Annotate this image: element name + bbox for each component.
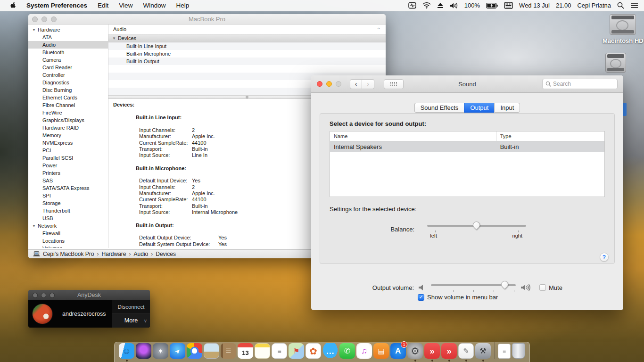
apple-menu-icon[interactable] (9, 2, 16, 9)
anydesk-titlebar[interactable]: AnyDesk (28, 290, 150, 300)
sidebar-item-usb[interactable]: USB (28, 214, 108, 222)
dock-app-store[interactable]: A1 (390, 343, 406, 359)
menu-window[interactable]: Window (143, 2, 165, 9)
column-name[interactable]: Name (330, 132, 496, 141)
device-row-output[interactable]: Built-in Output (108, 58, 386, 65)
battery-charging-icon[interactable] (486, 3, 498, 8)
dock-anydesk-2[interactable]: » (441, 343, 457, 359)
sidebar-item-pci[interactable]: PCI (28, 147, 108, 154)
dock-anydesk[interactable]: » (424, 343, 440, 359)
help-button[interactable]: ? (600, 253, 609, 262)
eject-icon[interactable] (437, 2, 444, 8)
user-name[interactable]: Cepi Priatna (577, 2, 611, 9)
volume-slider-thumb[interactable] (499, 280, 509, 289)
dock-siri[interactable] (136, 343, 151, 359)
dock-finder[interactable]: ☺ (119, 343, 134, 359)
dock-chrome[interactable] (187, 343, 202, 359)
search-input[interactable] (553, 81, 610, 87)
dock-maps[interactable]: ⚑ (289, 343, 304, 359)
clock-time[interactable]: 21.00 (556, 2, 571, 9)
dock-ibooks[interactable]: ▤ (373, 343, 389, 359)
sidebar-item-ethernet-cards[interactable]: Ethernet Cards (28, 94, 108, 101)
menu-view[interactable]: View (119, 2, 132, 9)
disconnect-button[interactable]: Disconnect (112, 300, 150, 313)
menu-edit[interactable]: Edit (98, 2, 108, 9)
sidebar-item-sata-express[interactable]: SATA/SATA Express (28, 184, 108, 192)
sound-titlebar[interactable]: Sound ‹ › (311, 75, 623, 93)
desktop-icon-second-drive[interactable] (605, 53, 626, 73)
sidebar-item-camera[interactable]: Camera (28, 56, 108, 64)
system-information-titlebar[interactable]: MacBook Pro (28, 14, 386, 25)
tab-output[interactable]: Output (464, 103, 494, 113)
sidebar-item-memory[interactable]: Memory (28, 132, 108, 139)
wifi-icon[interactable] (422, 2, 431, 8)
spotlight-search-icon[interactable] (617, 2, 624, 9)
sidebar-group-hardware[interactable]: ▼Hardware (28, 26, 108, 33)
menu-help[interactable]: Help (176, 2, 189, 9)
volume-icon[interactable] (450, 2, 458, 9)
sidebar-item-bluetooth[interactable]: Bluetooth (28, 49, 108, 56)
balance-slider-thumb[interactable] (471, 220, 481, 230)
sidebar-item-parallel-scsi[interactable]: Parallel SCSI (28, 154, 108, 162)
mute-checkbox[interactable] (539, 284, 546, 291)
desktop-icon-macintosh-hd[interactable]: Macintosh HD (603, 14, 644, 44)
keyboard-input-icon[interactable] (504, 2, 513, 9)
forward-button[interactable]: › (362, 79, 374, 89)
dock-messages[interactable]: … (322, 343, 338, 359)
sidebar-item-sas[interactable]: SAS (28, 177, 108, 184)
sidebar-group-network[interactable]: ▼Network (28, 222, 108, 230)
sidebar-item-card-reader[interactable]: Card Reader (28, 64, 108, 71)
search-field[interactable] (542, 79, 618, 89)
tab-input[interactable]: Input (494, 103, 520, 113)
disclosure-triangle-icon[interactable]: ▼ (32, 224, 36, 228)
sidebar-item-storage[interactable]: Storage (28, 199, 108, 207)
dock-notes[interactable] (255, 343, 270, 359)
clock-date[interactable]: Wed 13 Jul (519, 2, 550, 9)
splitter-knob[interactable] (246, 96, 248, 99)
sidebar-item-nvmexpress[interactable]: NVMExpress (28, 139, 108, 147)
sidebar-item-firewall[interactable]: Firewall (28, 230, 108, 237)
dock-contacts[interactable]: ☰ (221, 343, 236, 359)
show-all-button[interactable] (384, 79, 404, 89)
breadcrumb-devices[interactable]: Devices (156, 251, 176, 257)
disclosure-triangle-icon[interactable]: ▼ (112, 36, 116, 41)
dock-photos[interactable]: ✿ (305, 343, 321, 359)
disclosure-triangle-icon[interactable]: ▼ (32, 28, 36, 32)
dock-textedit[interactable]: ✎ (458, 343, 474, 359)
tab-sound-effects[interactable]: Sound Effects (414, 103, 464, 113)
breadcrumb-hardware[interactable]: Hardware (102, 251, 126, 257)
sidebar-item-spi[interactable]: SPI (28, 192, 108, 199)
dock-document[interactable]: ≡ (498, 344, 511, 359)
sidebar-item-ata[interactable]: ATA (28, 33, 108, 41)
sidebar-item-disc-burning[interactable]: Disc Burning (28, 86, 108, 94)
more-button[interactable]: More ∨ (112, 313, 150, 328)
dock-trash[interactable] (512, 343, 525, 359)
dock-safari[interactable]: ➤ (170, 343, 185, 359)
device-row-microphone[interactable]: Built-in Microphone (108, 50, 386, 58)
sidebar-item-controller[interactable]: Controller (28, 71, 108, 79)
balance-slider[interactable]: left right (427, 221, 526, 237)
output-device-table[interactable]: Name Type Internal Speakers Built-in (330, 131, 605, 197)
sidebar-item-diagnostics[interactable]: Diagnostics (28, 79, 108, 86)
output-volume-slider[interactable] (431, 280, 516, 295)
dock-system-preferences[interactable]: ⚙ (407, 343, 423, 359)
sidebar-item-graphics-displays[interactable]: Graphics/Displays (28, 116, 108, 124)
dock-itunes[interactable]: ♫ (356, 343, 372, 359)
dock-system-information[interactable]: ⚒ (475, 343, 491, 359)
breadcrumb-audio[interactable]: Audio (134, 251, 149, 257)
devices-group-row[interactable]: ▼ Devices (108, 34, 386, 42)
sidebar-item-volumes[interactable]: Volumes (28, 245, 108, 248)
sidebar-item-locations[interactable]: Locations (28, 237, 108, 245)
dock-preview[interactable] (204, 343, 219, 359)
dock-calendar[interactable]: 13 (238, 343, 253, 359)
sidebar-item-fibre-channel[interactable]: Fibre Channel (28, 101, 108, 109)
column-type[interactable]: Type (496, 133, 512, 139)
sidebar-item-thunderbolt[interactable]: Thunderbolt (28, 207, 108, 214)
sidebar-item-firewire[interactable]: FireWire (28, 109, 108, 116)
active-app-name[interactable]: System Preferences (26, 2, 87, 9)
sidebar-item-printers[interactable]: Printers (28, 169, 108, 177)
breadcrumb-computer[interactable]: Cepi’s MacBook Pro (43, 251, 94, 257)
sidebar-item-audio[interactable]: Audio (28, 41, 108, 49)
dock-launchpad[interactable]: ✶ (153, 343, 168, 359)
collapse-chevron-icon[interactable]: ⌃ (377, 27, 381, 32)
